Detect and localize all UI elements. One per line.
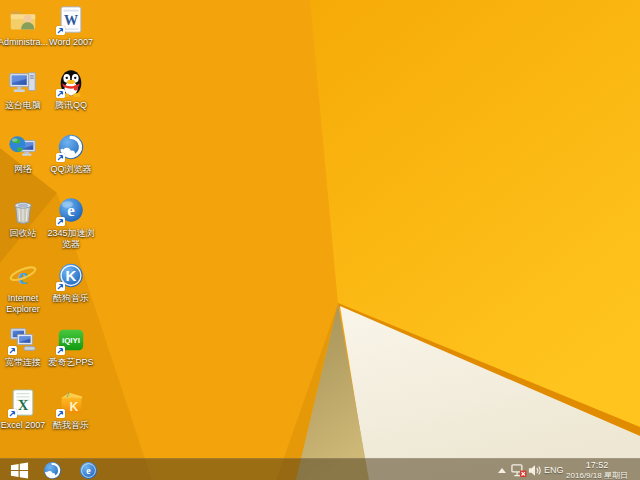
internet-explorer-icon: e: [8, 261, 38, 291]
icon-label: Internet Explorer: [0, 293, 48, 315]
taskbar-qq-browser-button[interactable]: [38, 459, 66, 480]
icon-label: 这台电脑: [0, 100, 48, 111]
shortcut-arrow-icon: [56, 89, 65, 98]
desktop-icon-broadband[interactable]: 宽带连接: [0, 325, 48, 368]
shortcut-arrow-icon: [56, 409, 65, 418]
show-hidden-icons-chevron[interactable]: [498, 468, 506, 473]
shortcut-arrow-icon: [56, 282, 65, 291]
icon-label: Excel 2007: [0, 420, 48, 431]
icon-label: Administra...: [0, 37, 48, 48]
desktop-icon-kuwo-music[interactable]: K ♪ 酷我音乐: [46, 388, 96, 431]
desktop-icon-network[interactable]: 网络: [0, 132, 48, 175]
shortcut-arrow-icon: [8, 346, 17, 355]
windows-logo-icon: [10, 461, 29, 480]
icon-label: 回收站: [0, 228, 48, 239]
desktop-icon-excel-2007[interactable]: X Excel 2007: [0, 388, 48, 431]
icon-label: 爱奇艺PPS: [46, 357, 96, 368]
icon-label: 宽带连接: [0, 357, 48, 368]
qq-penguin-icon: [56, 68, 86, 98]
svg-text:K: K: [66, 267, 77, 284]
desktop-icon-tencent-qq[interactable]: 腾讯QQ: [46, 68, 96, 111]
blue-e-browser-icon: e: [56, 196, 86, 226]
broadband-connection-icon: [8, 325, 38, 355]
shortcut-arrow-icon: [56, 217, 65, 226]
icon-label: 腾讯QQ: [46, 100, 96, 111]
word-document-icon: W: [56, 5, 86, 35]
tray-volume-icon[interactable]: [527, 459, 543, 480]
start-button[interactable]: [2, 459, 36, 480]
icon-label: 酷我音乐: [46, 420, 96, 431]
tray-clock[interactable]: 17:52 2016/9/18 星期日: [557, 459, 637, 480]
svg-text:iQIYI: iQIYI: [62, 336, 80, 345]
kugou-k-icon: K: [56, 261, 86, 291]
svg-text:e: e: [67, 201, 75, 220]
clock-time: 17:52: [557, 460, 637, 471]
shortcut-arrow-icon: [56, 26, 65, 35]
desktop-icon-word-2007[interactable]: W Word 2007: [46, 5, 96, 48]
shortcut-arrow-icon: [8, 409, 17, 418]
recycle-bin-icon: [8, 196, 38, 226]
desktop-icon-this-pc[interactable]: 这台电脑: [0, 68, 48, 111]
taskbar-2345-browser-button[interactable]: e: [74, 459, 102, 480]
computer-icon: [8, 68, 38, 98]
icon-label: QQ浏览器: [46, 164, 96, 175]
blue-e-browser-icon: e: [78, 460, 99, 480]
svg-text:e: e: [86, 465, 91, 476]
qq-browser-icon: [56, 132, 86, 162]
kuwo-box-icon: K ♪: [56, 388, 86, 418]
desktop-icon-administrator[interactable]: Administra...: [0, 5, 48, 48]
excel-document-icon: X: [8, 388, 38, 418]
network-globe-icon: [8, 132, 38, 162]
taskbar: e ENG 17:52 2016/9/18 星期日: [0, 458, 640, 480]
desktop-icon-iqiyi-pps[interactable]: iQIYI 爱奇艺PPS: [46, 325, 96, 368]
desktop-icon-kugou-music[interactable]: K 酷狗音乐: [46, 261, 96, 304]
shortcut-arrow-icon: [56, 346, 65, 355]
desktop-icon-internet-explorer[interactable]: e Internet Explorer: [0, 261, 48, 315]
qq-browser-icon: [42, 460, 63, 480]
svg-text:X: X: [18, 397, 28, 413]
svg-text:K: K: [69, 400, 78, 414]
desktop-icon-recycle-bin[interactable]: 回收站: [0, 196, 48, 239]
icon-label: 2345加速浏 览器: [46, 228, 96, 250]
tray-network-icon[interactable]: [510, 459, 528, 480]
desktop-icon-2345-browser[interactable]: e 2345加速浏 览器: [46, 196, 96, 250]
icon-label: 网络: [0, 164, 48, 175]
shortcut-arrow-icon: [56, 153, 65, 162]
user-folder-icon: [8, 5, 38, 35]
svg-text:W: W: [64, 12, 78, 28]
desktop-icon-qq-browser[interactable]: QQ浏览器: [46, 132, 96, 175]
icon-label: 酷狗音乐: [46, 293, 96, 304]
svg-text:♪: ♪: [65, 389, 69, 399]
icon-label: Word 2007: [46, 37, 96, 48]
iqiyi-icon: iQIYI: [56, 325, 86, 355]
desktop-wallpaper: [0, 0, 640, 480]
clock-date: 2016/9/18 星期日: [557, 471, 637, 480]
